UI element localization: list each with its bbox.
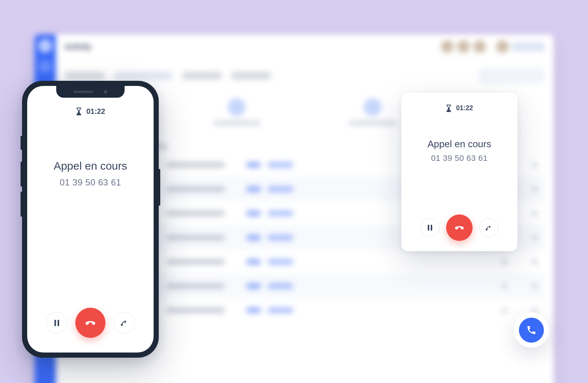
pause-icon [427, 225, 433, 231]
row-date [166, 259, 225, 265]
row-date [166, 162, 225, 168]
transfer-icon [485, 224, 492, 231]
hourglass-icon [446, 105, 452, 112]
app-header: Activity [56, 35, 553, 59]
sidebar-phone-icon [39, 60, 51, 73]
row-tag [246, 210, 261, 216]
current-user-block [496, 40, 545, 53]
svg-point-2 [486, 229, 487, 230]
pause-button[interactable] [420, 218, 440, 237]
transfer-icon [120, 319, 128, 327]
row-action [502, 283, 507, 289]
row-tag [246, 186, 261, 192]
call-actions [46, 308, 135, 338]
row-action [532, 283, 537, 289]
row-action [502, 308, 507, 313]
transfer-button[interactable] [479, 218, 498, 237]
row-tag [246, 259, 261, 265]
pause-icon [54, 320, 60, 326]
call-status-label: Appel en cours [54, 160, 127, 172]
row-tag [268, 259, 293, 265]
hourglass-icon [76, 108, 82, 115]
tab [231, 72, 271, 80]
phone-hangup-icon [453, 221, 466, 234]
notch-speaker [74, 91, 93, 93]
row-tag [268, 162, 293, 168]
row-tag [246, 307, 261, 313]
hangup-button[interactable] [446, 214, 473, 241]
stat-icon [228, 98, 245, 116]
row-tag [268, 210, 293, 216]
phone-hangup-icon [83, 316, 97, 330]
avatar [496, 40, 509, 53]
call-phone-number: 01 39 50 63 61 [60, 177, 121, 188]
row-tag [268, 186, 293, 192]
call-timer-value: 01:22 [456, 104, 473, 112]
row-date [166, 210, 225, 216]
row-tag [268, 307, 293, 313]
svg-rect-4 [57, 320, 59, 326]
stat-card [213, 98, 261, 126]
phone-side-button [21, 162, 22, 187]
pause-button[interactable] [46, 312, 67, 333]
header-avatars [441, 40, 545, 53]
svg-rect-0 [428, 225, 429, 231]
phone-side-button [21, 136, 22, 150]
row-date [166, 283, 225, 289]
stat-label [349, 120, 397, 126]
row-action [502, 259, 507, 264]
row-tag [246, 283, 261, 289]
user-name-placeholder [512, 42, 545, 51]
avatar [457, 40, 470, 53]
dial-fab-button[interactable] [519, 318, 544, 343]
notch-camera [104, 90, 107, 94]
phone-mockup: 01:22 Appel en cours 01 39 50 63 61 [22, 81, 159, 358]
app-logo-icon [39, 40, 51, 52]
row-date [166, 235, 225, 241]
filter-label [65, 72, 105, 80]
phone-side-button [21, 192, 22, 217]
phone-side-button [158, 169, 160, 206]
phone-notch [56, 86, 125, 98]
svg-point-5 [121, 324, 123, 326]
call-actions [420, 214, 498, 241]
page-title: Activity [65, 43, 91, 51]
call-popup-desktop: 01:22 Appel en cours 01 39 50 63 61 [401, 93, 517, 251]
transfer-button[interactable] [114, 312, 135, 333]
stat-icon [364, 98, 381, 116]
tab [182, 72, 222, 80]
row-tag [246, 162, 261, 168]
row-action [532, 211, 537, 216]
row-action [532, 162, 537, 167]
row-action [532, 259, 537, 264]
row-action [532, 308, 537, 313]
stat-card [349, 98, 397, 126]
svg-rect-3 [54, 320, 56, 326]
call-timer: 01:22 [446, 104, 473, 112]
phone-screen: 01:22 Appel en cours 01 39 50 63 61 [27, 86, 154, 353]
dial-fab-container [514, 312, 549, 348]
row-tag [268, 283, 293, 289]
call-phone-number: 01 39 50 63 61 [431, 153, 488, 163]
avatar [441, 40, 453, 53]
row-date [166, 186, 225, 192]
row-tag [268, 235, 293, 241]
search-input [478, 68, 545, 84]
avatar [473, 40, 486, 53]
phone-icon [526, 325, 537, 335]
svg-rect-1 [431, 225, 432, 231]
call-status-label: Appel en cours [427, 138, 491, 150]
stat-label [213, 120, 261, 126]
hangup-button[interactable] [75, 308, 105, 338]
row-action [532, 187, 537, 192]
call-timer-value: 01:22 [86, 107, 105, 116]
row-date [166, 307, 225, 313]
row-tag [246, 235, 261, 241]
call-timer: 01:22 [76, 107, 105, 116]
filter-dropdown [114, 72, 173, 80]
row-action [532, 235, 537, 240]
